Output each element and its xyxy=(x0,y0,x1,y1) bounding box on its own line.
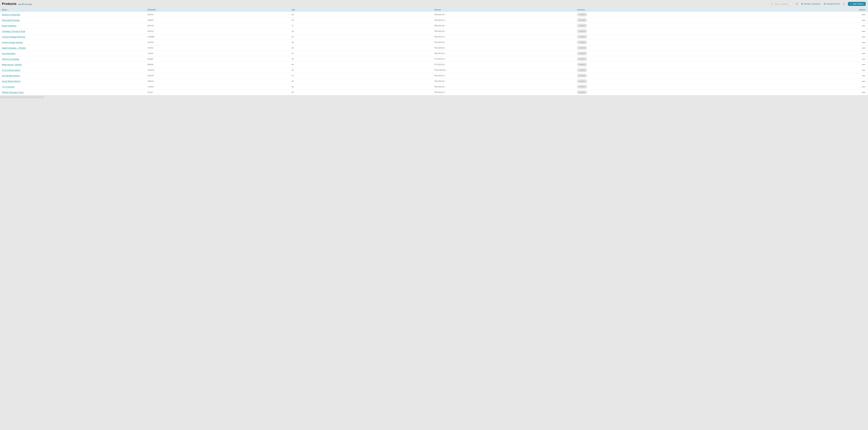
actions-cell xyxy=(743,51,868,56)
amount-cell: ₹100,000.00 /- xyxy=(434,67,577,73)
row-actions-button[interactable] xyxy=(862,92,865,94)
inventory-status-badge: Disabled xyxy=(577,63,587,66)
record-count-records-label: Record(S) xyxy=(25,3,32,5)
product-name-cell: Social Media Retainer xyxy=(0,78,148,84)
actions-cell xyxy=(743,12,868,18)
row-actions-button[interactable] xyxy=(862,64,865,66)
table-row: Media Buying - MonthlyB0RP899₹75,000.00 … xyxy=(0,62,868,67)
product-name-cell: Creative Design Retainer xyxy=(0,39,148,45)
unit-cell: 40 xyxy=(292,78,434,84)
hsn-sac-cell: C06WM xyxy=(148,34,292,39)
inventory-cell: Disabled xyxy=(577,18,743,23)
product-name-link[interactable]: Seo Monthly Retainer xyxy=(2,75,20,77)
table-row: Event Activation7J9VN87₹95,000.00 /-Disa… xyxy=(0,51,868,56)
product-name-link[interactable]: Event Activation xyxy=(2,53,16,55)
product-name-cell: Brand Guidelines xyxy=(0,23,148,28)
table-row: Campaign Concept & ScriptMJXQJ40₹90,000.… xyxy=(0,28,868,34)
manage-categories-button[interactable]: Manage Categories xyxy=(801,3,820,5)
product-name-cell: Campaign Concept & Script xyxy=(0,28,148,34)
product-name-link[interactable]: Social Media Retainer xyxy=(2,80,21,82)
manage-brands-label: Manage Brands xyxy=(827,3,840,5)
search-input[interactable] xyxy=(774,3,791,5)
product-name-link[interactable]: Content Strategy Workshop xyxy=(2,36,25,38)
product-name-cell: Event Activation xyxy=(0,51,148,56)
refresh-button[interactable] xyxy=(796,3,798,5)
row-actions-button[interactable] xyxy=(862,47,865,49)
row-actions-button[interactable] xyxy=(862,14,865,15)
row-actions-button[interactable] xyxy=(862,86,865,88)
row-actions-button[interactable] xyxy=(862,20,865,21)
product-name-cell: Brand Audit Package xyxy=(0,18,148,23)
amount-cell: ₹60,000.00 /- xyxy=(434,90,577,95)
hsn-sac-cell: 6ZJSJ xyxy=(148,90,292,95)
gear-icon xyxy=(824,3,826,5)
add-product-button[interactable]: + Add Product xyxy=(848,2,866,6)
product-name-link[interactable]: Media Buying - Monthly xyxy=(2,64,22,66)
actions-cell xyxy=(743,23,868,28)
product-name-link[interactable]: Analytics & Reporting xyxy=(2,13,20,15)
column-header-hsn-sac[interactable]: HSN/SAC xyxy=(148,8,292,12)
product-name-link[interactable]: Influencer Campaign xyxy=(2,58,20,60)
inventory-status-badge: Disabled xyxy=(577,46,587,49)
column-header-inventory[interactable]: Inventory xyxy=(577,8,743,12)
actions-cell xyxy=(743,39,868,45)
record-count-number: 15 xyxy=(22,3,24,5)
row-actions-button[interactable] xyxy=(862,69,865,71)
actions-cell xyxy=(743,90,868,95)
gear-icon xyxy=(801,3,803,5)
column-header-unit[interactable]: Unit xyxy=(292,8,434,12)
inventory-cell: Disabled xyxy=(577,56,743,62)
inventory-status-badge: Disabled xyxy=(577,85,587,88)
product-name-link[interactable]: Brand Guidelines xyxy=(2,25,17,27)
product-name-link[interactable]: Website Redesign Project xyxy=(2,91,24,93)
inventory-cell: Disabled xyxy=(577,28,743,34)
unit-cell: 38 xyxy=(292,84,434,90)
amount-cell: ₹40,000.00 /- xyxy=(434,78,577,84)
actions-cell xyxy=(743,56,868,62)
product-name-link[interactable]: Pr & Communications xyxy=(2,69,20,71)
hsn-sac-cell: XY5DO xyxy=(148,84,292,90)
amount-cell: ₹85,000.00 /- xyxy=(434,23,577,28)
row-actions-button[interactable] xyxy=(862,53,865,55)
scrollbar-thumb[interactable] xyxy=(0,96,44,98)
horizontal-scrollbar[interactable] xyxy=(0,95,868,99)
ellipsis-icon xyxy=(862,59,863,60)
more-options-button[interactable] xyxy=(843,2,845,6)
unit-cell: 87 xyxy=(292,51,434,56)
row-actions-button[interactable] xyxy=(862,31,865,32)
unit-cell: 36 xyxy=(292,39,434,45)
inventory-cell: Disabled xyxy=(577,62,743,67)
inventory-status-badge: Disabled xyxy=(577,79,587,83)
page-header: Products Total 15 Record(S) xyxy=(0,0,868,8)
ellipsis-icon xyxy=(862,31,863,32)
row-actions-button[interactable] xyxy=(862,80,865,82)
row-actions-button[interactable] xyxy=(862,36,865,38)
product-name-link[interactable]: Tvc Production xyxy=(2,86,14,88)
row-actions-button[interactable] xyxy=(862,75,865,77)
inventory-status-badge: Disabled xyxy=(577,30,587,33)
unit-cell: 43 xyxy=(292,45,434,51)
inventory-cell: Disabled xyxy=(577,34,743,39)
amount-cell: ₹30,000.00 /- xyxy=(434,18,577,23)
product-name-link[interactable]: Creative Design Retainer xyxy=(2,41,23,43)
table-row: Pr & CommunicationsXWSC520₹100,000.00 /-… xyxy=(0,67,868,73)
manage-brands-button[interactable]: Manage Brands xyxy=(824,3,840,5)
amount-cell: ₹80,000.00 /- xyxy=(434,12,577,18)
inventory-status-badge: Disabled xyxy=(577,58,587,61)
row-actions-button[interactable] xyxy=(862,42,865,43)
product-name-link[interactable]: Brand Audit Package xyxy=(2,19,20,21)
product-name-cell: Digital Campaign - 3 Months xyxy=(0,45,148,51)
product-name-cell: Content Strategy Workshop xyxy=(0,34,148,39)
ellipsis-icon xyxy=(862,37,863,37)
actions-cell xyxy=(743,78,868,84)
product-name-link[interactable]: Campaign Concept & Script xyxy=(2,30,25,32)
actions-cell xyxy=(743,67,868,73)
table-row: Website Redesign Project6ZJSJ58₹60,000.0… xyxy=(0,90,868,95)
product-name-link[interactable]: Digital Campaign - 3 Months xyxy=(2,47,26,49)
row-actions-button[interactable] xyxy=(862,58,865,60)
search-box[interactable] xyxy=(770,2,793,6)
row-actions-button[interactable] xyxy=(862,25,865,27)
column-header-name[interactable]: Name↑ xyxy=(0,8,148,12)
column-header-amount[interactable]: Amount xyxy=(434,8,577,12)
inventory-cell: Disabled xyxy=(577,51,743,56)
